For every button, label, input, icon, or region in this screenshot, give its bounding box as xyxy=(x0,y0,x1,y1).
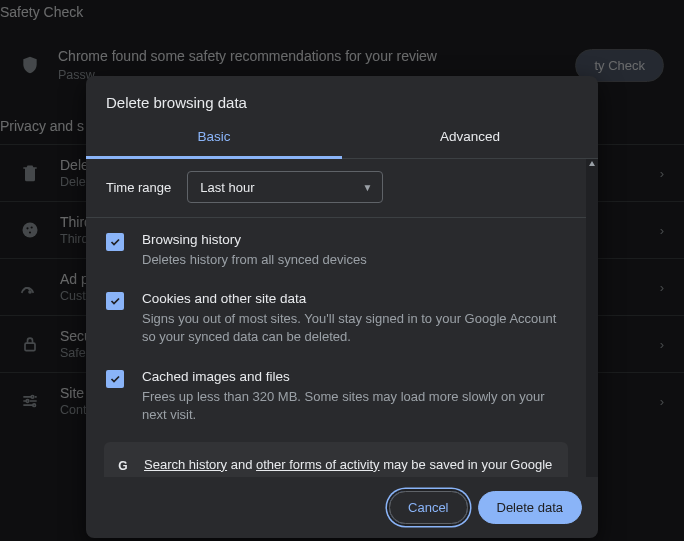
time-range-value: Last hour xyxy=(200,180,254,195)
option-desc: Frees up less than 320 MB. Some sites ma… xyxy=(142,388,566,424)
checkbox-cookies[interactable] xyxy=(106,292,124,310)
dialog-title: Delete browsing data xyxy=(86,76,598,119)
chevron-down-icon: ▼ xyxy=(362,182,372,193)
scrollbar[interactable] xyxy=(586,159,598,477)
tab-advanced[interactable]: Advanced xyxy=(342,119,598,159)
link-search-history[interactable]: Search history xyxy=(144,457,227,472)
option-browsing-history: Browsing history Deletes history from al… xyxy=(86,218,586,277)
option-cached: Cached images and files Frees up less th… xyxy=(86,355,586,432)
modal-overlay: Delete browsing data Basic Advanced Time… xyxy=(0,0,684,541)
time-range-select[interactable]: Last hour ▼ xyxy=(187,171,383,203)
account-activity-notice: G Search history and other forms of acti… xyxy=(104,442,568,477)
option-cookies: Cookies and other site data Signs you ou… xyxy=(86,277,586,354)
option-desc: Signs you out of most sites. You'll stay… xyxy=(142,310,566,346)
dialog-actions: Cancel Delete data xyxy=(86,477,598,538)
option-desc: Deletes history from all synced devices xyxy=(142,251,566,269)
cancel-button[interactable]: Cancel xyxy=(389,491,467,524)
time-range-label: Time range xyxy=(106,180,171,195)
checkbox-browsing-history[interactable] xyxy=(106,233,124,251)
delete-data-button[interactable]: Delete data xyxy=(478,491,583,524)
delete-browsing-data-dialog: Delete browsing data Basic Advanced Time… xyxy=(86,76,598,538)
option-title: Browsing history xyxy=(142,232,566,247)
option-title: Cached images and files xyxy=(142,369,566,384)
notice-mid: and xyxy=(227,457,256,472)
google-icon: G xyxy=(114,458,132,476)
option-title: Cookies and other site data xyxy=(142,291,566,306)
link-other-activity[interactable]: other forms of activity xyxy=(256,457,380,472)
tab-basic[interactable]: Basic xyxy=(86,119,342,159)
checkbox-cached[interactable] xyxy=(106,370,124,388)
notice-text: Search history and other forms of activi… xyxy=(144,456,554,477)
dialog-tabs: Basic Advanced xyxy=(86,119,598,159)
